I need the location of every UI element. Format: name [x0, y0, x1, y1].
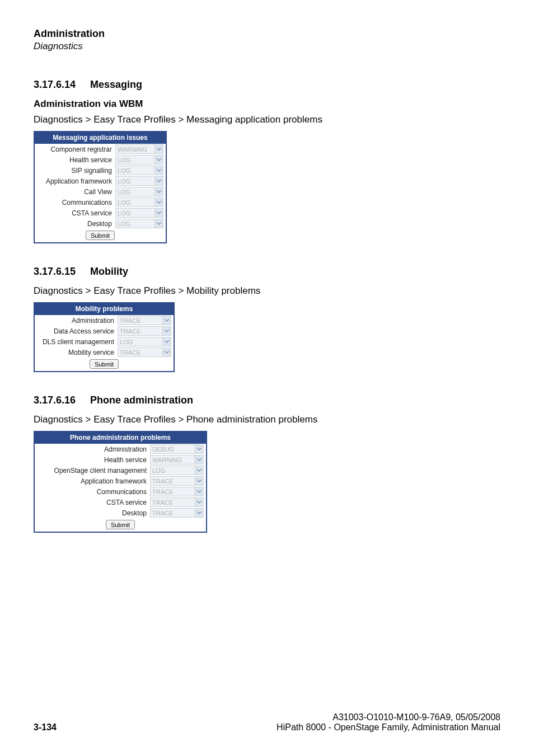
page-header-subtitle: Diagnostics	[34, 41, 500, 52]
subsection-heading: Administration via WBM	[34, 98, 500, 110]
log-level-select[interactable]: WARNING	[150, 455, 204, 464]
log-level-select[interactable]: DEBUG	[150, 444, 204, 454]
chevron-down-icon	[195, 445, 203, 453]
submit-button[interactable]: Submit	[90, 359, 119, 369]
field-label: DLS client management	[37, 338, 115, 346]
form-row: Component registrarWARNING	[35, 144, 166, 154]
submit-button[interactable]: Submit	[86, 231, 115, 240]
form-row: AdministrationTRACE	[35, 315, 174, 326]
section-number: 3.17.6.16	[34, 395, 87, 406]
log-level-select[interactable]: LOG	[115, 219, 163, 228]
footer-doc-id: A31003-O1010-M100-9-76A9, 05/05/2008	[277, 712, 500, 722]
select-value: LOG	[118, 339, 162, 345]
field-label: Communications	[37, 488, 148, 496]
log-level-select[interactable]: TRACE	[150, 497, 204, 507]
chevron-down-icon	[154, 145, 163, 153]
select-value: LOG	[116, 157, 154, 163]
form-row: Call ViewLOG	[35, 186, 166, 197]
panel-rows: AdministrationDEBUGHealth serviceWARNING…	[35, 444, 206, 518]
select-value: LOG	[116, 189, 154, 195]
chevron-down-icon	[162, 316, 171, 325]
field-label: OpenStage client management	[37, 467, 148, 475]
breadcrumb: Diagnostics > Easy Trace Profiles > Mess…	[34, 114, 500, 125]
log-level-select[interactable]: LOG	[115, 176, 163, 186]
chevron-down-icon	[195, 477, 203, 485]
section-title: Messaging	[90, 79, 142, 90]
select-value: WARNING	[116, 146, 154, 153]
form-row: CommunicationsLOG	[35, 197, 166, 208]
field-label: Call View	[37, 188, 113, 196]
footer-doc-title: HiPath 8000 - OpenStage Family, Administ…	[277, 722, 500, 732]
select-value: TRACE	[151, 510, 195, 516]
field-label: CSTA service	[37, 499, 148, 506]
log-level-select[interactable]: TRACE	[118, 316, 171, 325]
select-value: TRACE	[118, 317, 162, 324]
chevron-down-icon	[162, 327, 171, 335]
form-row: CSTA serviceLOG	[35, 208, 166, 218]
form-row: DLS client managementLOG	[35, 336, 174, 347]
log-level-select[interactable]: LOG	[115, 187, 163, 196]
select-value: LOG	[151, 467, 195, 474]
chevron-down-icon	[154, 219, 163, 228]
log-level-select[interactable]: LOG	[150, 466, 204, 475]
chevron-down-icon	[195, 498, 203, 506]
section-number: 3.17.6.14	[34, 79, 87, 91]
panel-mobility: Mobility problems AdministrationTRACEDat…	[34, 302, 175, 372]
chevron-down-icon	[154, 166, 163, 175]
section-heading-mobility: 3.17.6.15 Mobility	[34, 266, 500, 278]
select-value: TRACE	[118, 328, 162, 335]
form-row: DesktopTRACE	[35, 508, 206, 518]
chevron-down-icon	[162, 337, 171, 346]
chevron-down-icon	[154, 198, 163, 206]
chevron-down-icon	[195, 487, 203, 496]
field-label: SIP signalling	[37, 167, 113, 175]
select-value: LOG	[116, 210, 154, 217]
page-number: 3-134	[34, 722, 57, 732]
select-value: TRACE	[118, 349, 162, 356]
field-label: Mobility service	[37, 349, 115, 356]
log-level-select[interactable]: TRACE	[150, 476, 204, 486]
chevron-down-icon	[154, 209, 163, 217]
chevron-down-icon	[195, 509, 203, 517]
panel-title: Mobility problems	[35, 303, 174, 315]
form-row: Data Access serviceTRACE	[35, 326, 174, 336]
log-level-select[interactable]: TRACE	[118, 326, 171, 336]
log-level-select[interactable]: TRACE	[150, 508, 204, 518]
log-level-select[interactable]: WARNING	[115, 144, 163, 154]
form-row: CommunicationsTRACE	[35, 486, 206, 497]
log-level-select[interactable]: TRACE	[118, 348, 171, 357]
log-level-select[interactable]: LOG	[115, 208, 163, 218]
field-label: Component registrar	[37, 145, 113, 153]
field-label: CSTA service	[37, 209, 113, 217]
submit-button[interactable]: Submit	[106, 520, 135, 529]
select-value: LOG	[116, 199, 154, 206]
form-row: Application frameworkLOG	[35, 176, 166, 186]
panel-rows: Component registrarWARNINGHealth service…	[35, 144, 166, 229]
page-footer: 3-134 A31003-O1010-M100-9-76A9, 05/05/20…	[34, 712, 500, 732]
select-value: DEBUG	[151, 446, 195, 453]
section-title: Mobility	[90, 266, 128, 277]
field-label: Application framework	[37, 177, 113, 185]
log-level-select[interactable]: TRACE	[150, 487, 204, 496]
panel-messaging: Messaging application issues Component r…	[34, 131, 167, 243]
field-label: Data Access service	[37, 327, 115, 335]
panel-phone-admin: Phone administration problems Administra…	[34, 431, 207, 533]
select-value: LOG	[116, 220, 154, 227]
log-level-select[interactable]: LOG	[115, 155, 163, 165]
form-row: Mobility serviceTRACE	[35, 347, 174, 358]
page-header-title: Administration	[34, 28, 500, 40]
field-label: Application framework	[37, 477, 148, 485]
chevron-down-icon	[195, 466, 203, 475]
field-label: Health service	[37, 456, 148, 464]
log-level-select[interactable]: LOG	[118, 337, 171, 346]
field-label: Desktop	[37, 220, 113, 228]
panel-title: Phone administration problems	[35, 432, 206, 444]
panel-rows: AdministrationTRACEData Access serviceTR…	[35, 315, 174, 358]
field-label: Desktop	[37, 509, 148, 517]
form-row: AdministrationDEBUG	[35, 444, 206, 454]
breadcrumb: Diagnostics > Easy Trace Profiles > Mobi…	[34, 285, 500, 297]
select-value: WARNING	[151, 457, 195, 463]
log-level-select[interactable]: LOG	[115, 166, 163, 175]
log-level-select[interactable]: LOG	[115, 198, 163, 207]
chevron-down-icon	[195, 456, 203, 464]
